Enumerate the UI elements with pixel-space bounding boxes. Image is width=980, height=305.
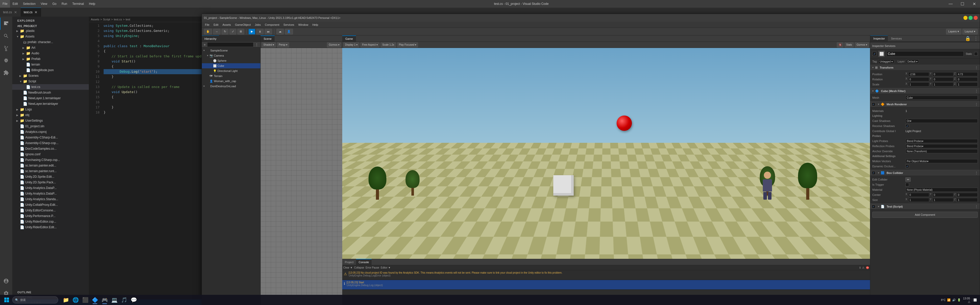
- tree-item-15[interactable]: ▶ 📁 obj: [12, 112, 89, 118]
- menu-run[interactable]: Run: [59, 0, 70, 8]
- unity-menu-help[interactable]: Help: [310, 22, 320, 27]
- tree-item-31[interactable]: 📄 Unity.CollabProxy.Edit...: [12, 202, 89, 208]
- hierarchy-add-button[interactable]: +: [203, 43, 207, 47]
- taskbar-vscode[interactable]: 🔷: [90, 295, 100, 305]
- tree-item-7[interactable]: 📄 BillingMode.json: [12, 67, 89, 73]
- unity-maximize-button[interactable]: [969, 16, 973, 20]
- tree-item-16[interactable]: ▶ 📁 UserSettings: [12, 118, 89, 124]
- size-y[interactable]: 1: [932, 198, 954, 202]
- box-collider-header[interactable]: ✓ ▼ 🟦 Box Collider ⋮: [870, 170, 980, 176]
- tree-item-13[interactable]: 📄 NewLayer.terrainlayer: [12, 101, 89, 106]
- taskbar-unity[interactable]: 🎮: [100, 295, 109, 305]
- game-gizmos[interactable]: Gizmos ▾: [855, 42, 869, 48]
- collider-material-field[interactable]: None (Physic Material): [905, 188, 978, 192]
- hierarchy-item-2[interactable]: ⚪ Sphere: [202, 58, 260, 63]
- tab-testcs-2[interactable]: test.cs ✕: [21, 8, 41, 17]
- tool-move[interactable]: ↔: [213, 29, 221, 35]
- game-stats[interactable]: Stats: [845, 42, 854, 48]
- console-warning-filter[interactable]: ⚠: [862, 266, 864, 269]
- step-button[interactable]: ⏭: [265, 29, 272, 35]
- tree-item-18[interactable]: 📄 Analytics.csproj: [12, 129, 89, 135]
- tree-item-30[interactable]: 📄 Unity.Analytics.Standa...: [12, 196, 89, 202]
- mesh-filter-header[interactable]: ▼ 🔷 Cube (Mesh Filter) ⋮: [870, 88, 980, 94]
- console-info-filter[interactable]: ℹ: [859, 266, 861, 269]
- tree-item-26[interactable]: 📄 Unity.2D.Sprite.Edit...: [12, 174, 89, 180]
- activity-extensions[interactable]: [0, 67, 12, 79]
- edit-collider-button[interactable]: ✏: [905, 178, 911, 181]
- size-z[interactable]: 1: [956, 198, 978, 202]
- mesh-renderer-menu-button[interactable]: ⋮: [975, 102, 978, 106]
- show-desktop-button[interactable]: ⬜: [972, 299, 978, 302]
- cast-shadows-dropdown[interactable]: On ▾: [905, 119, 978, 123]
- game-mute[interactable]: 🔇: [837, 42, 843, 48]
- game-aspect[interactable]: Free Aspect ▾: [360, 42, 380, 48]
- tab-close-icon[interactable]: ✕: [14, 10, 18, 14]
- account-button[interactable]: 👤: [285, 29, 293, 35]
- cloud-button[interactable]: ☁: [277, 29, 284, 35]
- unity-menu-gameobject[interactable]: GameObject: [233, 22, 253, 27]
- unity-menu-services[interactable]: Services: [282, 22, 296, 27]
- tab-close-icon[interactable]: ✕: [34, 10, 38, 14]
- taskbar-search[interactable]: 🔍 搜索: [12, 296, 58, 303]
- hierarchy-item-7[interactable]: ▼ DontDestroyOnLoad: [202, 84, 260, 89]
- breadcrumb-script[interactable]: Script: [103, 18, 110, 21]
- network-icon[interactable]: 📶: [947, 299, 951, 302]
- tag-dropdown[interactable]: Untagged ▾: [878, 59, 894, 64]
- position-y[interactable]: 0: [932, 72, 954, 76]
- tree-item-11[interactable]: 📄 NewBrush.brush: [12, 90, 89, 95]
- tree-item-1[interactable]: ▼ 📁 Assets: [12, 34, 89, 39]
- anchor-override-field[interactable]: None (Transform): [905, 149, 978, 153]
- console-clear-button[interactable]: Clear ▼: [343, 266, 353, 269]
- unity-minimize-button[interactable]: [963, 16, 967, 20]
- tool-hand[interactable]: ✋: [204, 29, 212, 35]
- game-display[interactable]: Display 1 ▾: [343, 42, 360, 48]
- tree-item-4[interactable]: ▶ 📁 Audio: [12, 51, 89, 56]
- tree-item-21[interactable]: 📄 DocCodeSamples.co...: [12, 146, 89, 151]
- taskbar-chrome[interactable]: 🌐: [71, 295, 80, 305]
- center-x[interactable]: 0: [908, 193, 929, 197]
- game-tab[interactable]: Game: [342, 35, 356, 41]
- static-checkbox[interactable]: [974, 52, 978, 56]
- activity-source-control[interactable]: [0, 42, 12, 54]
- activity-search[interactable]: [0, 30, 12, 42]
- scene-gizmos[interactable]: Gizmos ▾: [327, 42, 341, 48]
- tree-item-28[interactable]: 📄 Unity.Analytics.DataP...: [12, 185, 89, 191]
- scene-persp[interactable]: Persp ▾: [277, 42, 289, 48]
- minimize-button[interactable]: —: [945, 0, 956, 8]
- scene-tab[interactable]: Scene: [261, 35, 275, 41]
- tool-scale[interactable]: ⤢: [229, 29, 236, 35]
- size-x[interactable]: 1: [908, 198, 929, 202]
- motion-vectors-dropdown[interactable]: Per Object Motion ▾: [905, 159, 978, 163]
- menu-terminal[interactable]: Terminal: [70, 0, 86, 8]
- scale-z[interactable]: 1: [956, 83, 978, 86]
- layout-button[interactable]: Layout ▾: [963, 29, 978, 35]
- transform-menu-button[interactable]: ⋮: [975, 65, 978, 70]
- scene-shading[interactable]: Shaded ▾: [262, 42, 276, 48]
- scale-x[interactable]: 1: [908, 83, 929, 86]
- test-script-header[interactable]: ✓ ▼ 📄 Test (Script) ⋮: [870, 203, 980, 210]
- reflection-probes-dropdown[interactable]: Blend Probes ▾: [905, 144, 978, 148]
- hierarchy-item-0[interactable]: ▼ SampleScene: [202, 48, 260, 53]
- play-button[interactable]: ▶: [248, 29, 255, 35]
- tree-item-3[interactable]: ▶ 📁 Art: [12, 45, 89, 51]
- start-button[interactable]: [2, 295, 11, 305]
- tree-item-9[interactable]: ▼ 📁 Script: [12, 79, 89, 84]
- rotation-y[interactable]: 0: [932, 77, 954, 81]
- console-collapse-button[interactable]: Collapse: [354, 266, 364, 269]
- activity-debug[interactable]: [0, 54, 12, 67]
- hierarchy-item-3[interactable]: ⬜ Cube: [202, 63, 260, 68]
- console-item-warning[interactable]: ⚠ [13:05:23] No cloud project ID was fou…: [342, 270, 870, 280]
- taskbar-clock[interactable]: 13:05 △: [963, 297, 970, 303]
- tree-item-24[interactable]: 📄 sc.terrain.painter.edit...: [12, 163, 89, 168]
- test-script-menu-button[interactable]: ⋮: [975, 205, 978, 209]
- scene-viewport[interactable]: [261, 48, 342, 305]
- tree-item-2[interactable]: 🗂 prefab: character...: [12, 39, 89, 45]
- hierarchy-item-6[interactable]: 👤 Woman_with_cap: [202, 79, 260, 84]
- add-component-button[interactable]: Add Component: [872, 212, 978, 218]
- breadcrumb-test[interactable]: test: [126, 18, 130, 21]
- center-y[interactable]: 0: [932, 193, 954, 197]
- pause-button[interactable]: ⏸: [256, 29, 264, 35]
- unity-menu-jobs[interactable]: Jobs: [253, 22, 262, 27]
- rotation-z[interactable]: 0: [956, 77, 978, 81]
- tool-rect[interactable]: ⊞: [237, 29, 244, 35]
